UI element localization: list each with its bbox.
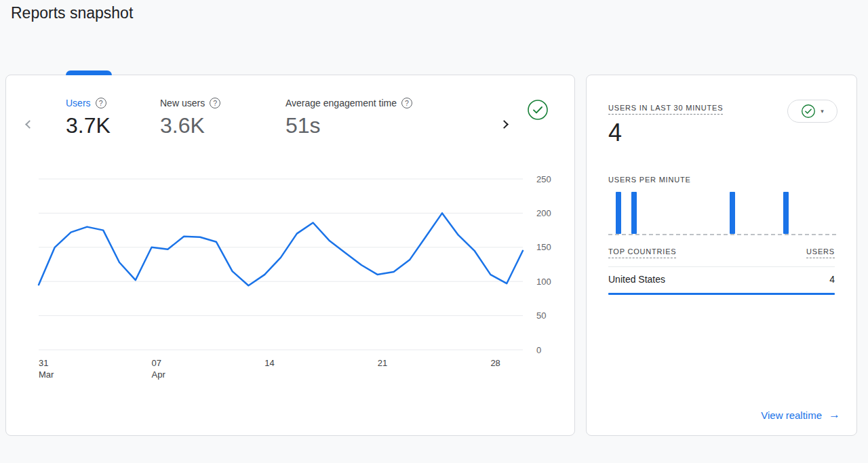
metric-value: 3.6K <box>160 113 220 138</box>
realtime-status-dropdown[interactable]: ▾ <box>787 100 837 123</box>
view-realtime-link[interactable]: View realtime → <box>761 408 840 422</box>
users-per-minute-label: USERS PER MINUTE <box>608 176 691 184</box>
x-tick-label: 07 <box>152 358 161 368</box>
chevron-down-icon: ▾ <box>821 108 824 115</box>
country-bar <box>608 293 835 295</box>
country-row: United States 4 <box>608 274 835 285</box>
x-tick-sublabel: Mar <box>39 369 54 380</box>
minute-bar <box>631 192 637 234</box>
metrics-prev-button[interactable] <box>22 117 36 131</box>
help-icon[interactable]: ? <box>210 98 220 108</box>
users-column-header: USERS <box>806 247 835 258</box>
x-tick-label: 31 <box>39 358 48 368</box>
page-title: Reports snapshot <box>11 4 133 22</box>
help-icon[interactable]: ? <box>96 98 106 108</box>
x-tick-sublabel: Apr <box>152 369 166 380</box>
metric-value: 3.7K <box>66 113 111 138</box>
overview-card: Users ? 3.7K New users ? 3.6K Average en… <box>5 75 575 436</box>
minute-bar <box>616 192 621 234</box>
realtime-card: USERS IN LAST 30 MINUTES ▾ 4 USERS PER M… <box>586 75 857 436</box>
y-tick-label: 50 <box>536 310 546 321</box>
minute-bar <box>730 192 735 234</box>
y-tick-label: 0 <box>536 345 541 355</box>
users-last-30min-value: 4 <box>608 119 622 147</box>
users-per-minute-chart <box>608 192 836 235</box>
top-countries-header: TOP COUNTRIES <box>608 247 676 258</box>
minute-bar <box>783 192 789 234</box>
users-line-chart: 25020015010050031Mar07Apr142128 <box>12 167 554 390</box>
tab-users[interactable]: Users ? 3.7K <box>66 98 111 138</box>
view-realtime-label: View realtime <box>761 409 822 421</box>
chevron-right-icon <box>500 120 509 129</box>
metrics-next-button[interactable] <box>497 117 511 131</box>
metric-label: New users <box>160 98 205 108</box>
check-circle-icon <box>801 104 816 119</box>
country-bar-track <box>608 293 835 295</box>
y-tick-label: 100 <box>536 277 551 287</box>
table-header-divider <box>608 266 835 267</box>
country-users-value: 4 <box>829 274 835 285</box>
x-tick-label: 14 <box>264 358 274 368</box>
x-tick-label: 21 <box>378 358 387 368</box>
chevron-left-icon <box>25 120 34 129</box>
y-tick-label: 250 <box>536 174 551 184</box>
arrow-right-icon: → <box>829 408 840 422</box>
metric-label: Average engagement time <box>285 98 397 108</box>
users-last-30min-label: USERS IN LAST 30 MINUTES <box>608 104 723 115</box>
users-series-line <box>39 213 523 285</box>
metric-value: 51s <box>285 113 412 138</box>
tab-new-users[interactable]: New users ? 3.6K <box>160 98 220 138</box>
y-tick-label: 150 <box>536 242 551 252</box>
tab-avg-engagement-time[interactable]: Average engagement time ? 51s <box>285 98 412 138</box>
check-circle-icon <box>527 99 549 121</box>
data-quality-badge[interactable] <box>527 99 549 121</box>
x-tick-label: 28 <box>490 358 500 368</box>
help-icon[interactable]: ? <box>401 98 412 108</box>
active-tab-indicator <box>66 71 112 75</box>
country-name: United States <box>608 274 665 285</box>
metric-label: Users <box>66 98 91 108</box>
y-tick-label: 200 <box>536 208 551 218</box>
